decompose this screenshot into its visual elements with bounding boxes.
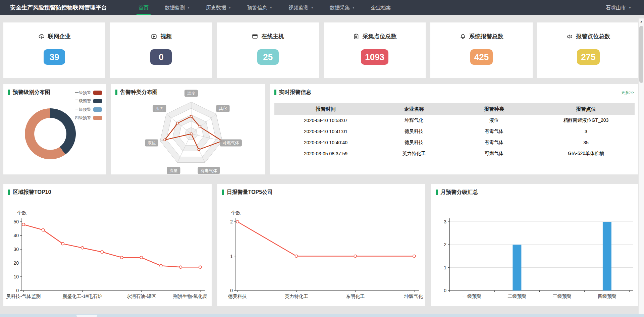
svg-text:其它: 其它 — [219, 106, 227, 111]
stat-label: 系统报警总数 — [469, 33, 503, 40]
cell-alarm-type: 可燃气体 — [451, 148, 537, 159]
cell-alarm-type: 有毒气体 — [451, 126, 537, 137]
cell-alarm-point: 精醇南罐液位GT_203 — [537, 115, 635, 126]
nav-item-label: 数据采集 — [330, 5, 350, 10]
dashboard-main: 联网企业 39 视频 0 — [0, 15, 644, 306]
svg-text:四级预警: 四级预警 — [598, 294, 616, 299]
svg-text:英力特化工: 英力特化工 — [284, 294, 308, 299]
more-link[interactable]: 更多>> — [621, 90, 634, 96]
cell-alarm-time: 2020-03-10 10:40:40 — [274, 137, 377, 148]
svg-text:10: 10 — [13, 274, 19, 279]
panel-region-alarm-top10: 区域报警TOP10 01020304050个数昊科技-气体监测鹏盛化工-1#电石… — [3, 184, 212, 306]
nav-item-label: 企业档案 — [371, 5, 391, 10]
svg-text:液位: 液位 — [148, 141, 156, 145]
clipboard-icon — [353, 33, 360, 40]
legend-swatch — [93, 91, 102, 95]
svg-text:1: 1 — [444, 265, 447, 270]
svg-text:流量: 流量 — [169, 168, 178, 173]
legend-item: 一级预警 — [75, 89, 102, 97]
cloud-upload-icon — [38, 33, 45, 40]
chevron-down-icon: ▼ — [311, 6, 314, 9]
vertical-scrollbar[interactable]: ▲ — [638, 18, 644, 314]
col-alarm-time: 报警时间 — [274, 103, 377, 115]
cell-alarm-point: 3 — [537, 126, 635, 137]
nav-item[interactable]: 视频监测▼ — [280, 0, 322, 15]
horizontal-scrollbar[interactable] — [0, 314, 644, 317]
cell-alarm-point: 35 — [537, 137, 635, 148]
nav-item[interactable]: 首页▼ — [130, 0, 157, 15]
monitor-icon — [252, 33, 258, 40]
nav-item[interactable]: 历史数据▼ — [198, 0, 239, 15]
col-alarm-point: 报警点位 — [537, 103, 635, 115]
nav-item[interactable]: 数据监测▼ — [157, 0, 198, 15]
panel-title-text: 实时报警信息 — [279, 89, 311, 96]
svg-text:昊科技-气体监测: 昊科技-气体监测 — [6, 294, 41, 299]
app-title: 安全生产风险预警防控物联网管理平台 — [0, 0, 107, 15]
nav-menu: 首页▼ 数据监测▼ 历史数据▼ 预警信息▼ 视频监测▼ 数据采集▼ 企业档案 — [130, 0, 399, 15]
stat-cards-row: 联网企业 39 视频 0 — [3, 22, 639, 78]
horizontal-scrollbar-thumb[interactable] — [76, 315, 97, 317]
legend-label: 一级预警 — [75, 90, 91, 96]
vertical-scrollbar-thumb[interactable] — [639, 26, 643, 83]
svg-text:永润石油-罐区: 永润石油-罐区 — [126, 294, 156, 299]
svg-text:0: 0 — [230, 288, 233, 293]
svg-text:东明化工: 东明化工 — [346, 294, 365, 299]
stat-label: 联网企业 — [48, 33, 71, 40]
panel-monthly-warning-summary: 月预警分级汇总 0123一级预警二级预警三级预警四级预警 — [431, 184, 639, 306]
scroll-up-icon[interactable]: ▲ — [639, 18, 644, 24]
svg-text:0: 0 — [16, 288, 19, 293]
col-enterprise-name: 企业名称 — [377, 103, 451, 115]
top-nav: 安全生产风险预警防控物联网管理平台 首页▼ 数据监测▼ 历史数据▼ 预警信息▼ … — [0, 0, 644, 15]
nav-item[interactable]: 企业档案▼ — [363, 0, 399, 15]
table-row: 2020-03-10 10:53:07 坤辉气化 液位 精醇南罐液位GT_203 — [274, 115, 635, 126]
svg-text:压力: 压力 — [155, 106, 164, 111]
legend-item: 二级预警 — [75, 97, 102, 105]
cell-enterprise-name: 坤辉气化 — [377, 115, 451, 126]
legend-swatch — [93, 116, 102, 120]
nav-item-label: 数据监测 — [165, 5, 185, 10]
title-marker — [8, 190, 10, 195]
region-alarm-top10-line-chart: 01020304050个数昊科技-气体监测鹏盛化工-1#电石炉永润石油-罐区荆洪… — [3, 193, 210, 304]
monthly-warning-bar-chart: 0123一级预警二级预警三级预警四级预警 — [431, 193, 637, 304]
stat-label: 报警点位总数 — [576, 33, 610, 40]
panel-warning-level-distribution: 预警级别分布图 一级预警 二级预警 三级预警 — [3, 84, 106, 174]
cell-alarm-type: 液位 — [451, 115, 537, 126]
cell-alarm-time: 2020-03-10 10:53:07 — [274, 115, 377, 126]
table-row: 2020-03-05 08:37:59 英力特化工 可燃气体 GIA-520单体… — [274, 148, 635, 159]
stat-value-badge: 425 — [470, 49, 493, 65]
nav-item[interactable]: 预警信息▼ — [239, 0, 280, 15]
nav-item[interactable]: 数据采集▼ — [322, 0, 363, 15]
bell-icon — [460, 33, 466, 40]
chevron-down-icon: ▼ — [629, 6, 631, 9]
svg-text:50: 50 — [13, 219, 19, 224]
stat-value-badge: 39 — [44, 49, 65, 65]
chevron-down-icon: ▼ — [270, 6, 272, 9]
svg-text:荆洪生物-氧化反: 荆洪生物-氧化反 — [173, 294, 208, 299]
panel-title: 告警种类分布图 — [115, 89, 158, 96]
nav-item-label: 预警信息 — [247, 5, 267, 10]
svg-text:个数: 个数 — [17, 210, 26, 215]
panel-title-text: 区域报警TOP10 — [13, 189, 51, 196]
svg-text:2: 2 — [230, 219, 233, 224]
region-selector[interactable]: 石嘴山市▼ — [606, 0, 644, 15]
cell-enterprise-name: 德昊科技 — [377, 126, 451, 137]
nav-item-label: 历史数据 — [206, 5, 226, 10]
panel-title-text: 告警种类分布图 — [120, 89, 158, 96]
svg-text:温度: 温度 — [187, 91, 196, 96]
svg-text:1: 1 — [230, 254, 233, 259]
legend-item: 三级预警 — [75, 105, 102, 114]
legend-swatch — [93, 99, 102, 103]
stat-card-connected-enterprises: 联网企业 39 — [3, 22, 105, 78]
panel-title: 月预警分级汇总 — [436, 189, 478, 196]
svg-text:德昊科技: 德昊科技 — [228, 294, 247, 299]
stat-value-badge: 25 — [257, 49, 279, 65]
svg-text:坤辉气化: 坤辉气化 — [404, 294, 423, 299]
svg-text:30: 30 — [13, 247, 19, 252]
svg-text:40: 40 — [13, 233, 19, 238]
panel-daily-alarm-top5: 日报警量TOP5公司 012个数德昊科技英力特化工东明化工坤辉气化 — [217, 184, 426, 306]
stat-value-badge: 1093 — [361, 49, 388, 65]
col-alarm-type: 报警种类 — [451, 103, 537, 115]
panel-title-text: 预警级别分布图 — [13, 89, 50, 96]
stat-value-badge: 275 — [577, 49, 599, 65]
svg-text:有毒气体: 有毒气体 — [200, 168, 217, 173]
